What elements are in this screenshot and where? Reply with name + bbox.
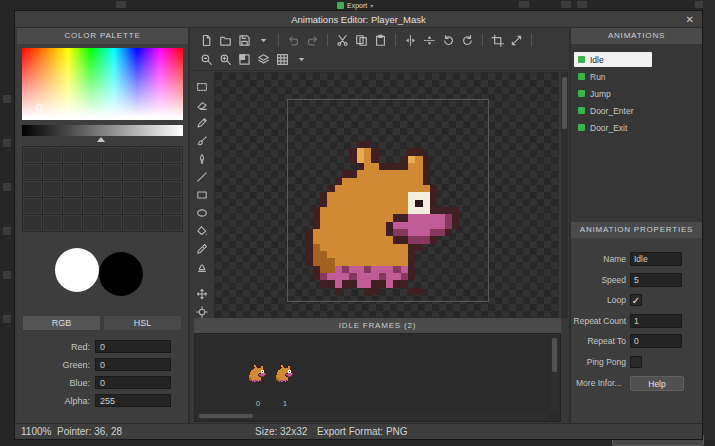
palette-swatch[interactable] <box>123 181 142 197</box>
palette-swatch[interactable] <box>43 147 62 163</box>
palette-swatch[interactable] <box>63 181 82 197</box>
move-icon[interactable] <box>194 285 211 302</box>
palette-swatch[interactable] <box>163 164 182 180</box>
palette-swatch[interactable] <box>103 147 122 163</box>
ping-pong-checkbox[interactable] <box>630 356 642 368</box>
animation-item-run[interactable]: Run <box>574 69 686 84</box>
color-picker-sv[interactable] <box>22 48 183 120</box>
open-folder-icon[interactable] <box>217 32 234 49</box>
select-rect-icon[interactable] <box>194 78 211 95</box>
palette-swatch[interactable] <box>143 147 162 163</box>
ellipse-tool-icon[interactable] <box>194 204 211 221</box>
palette-swatch[interactable] <box>163 215 182 231</box>
palette-swatch[interactable] <box>163 147 182 163</box>
resize-icon[interactable] <box>508 32 525 49</box>
palette-swatch[interactable] <box>23 147 42 163</box>
caret-down-icon[interactable] <box>293 51 310 68</box>
palette-swatch[interactable] <box>143 198 162 214</box>
palette-swatch[interactable] <box>63 198 82 214</box>
color-field-input[interactable]: 255 <box>95 394 171 407</box>
color-field-input[interactable]: 0 <box>95 358 171 371</box>
color-value-slider[interactable] <box>22 125 183 136</box>
repeat-to-input[interactable]: 0 <box>630 334 682 348</box>
palette-swatch[interactable] <box>143 181 162 197</box>
name-input[interactable]: Idle <box>630 252 682 266</box>
scrollbar-thumb[interactable] <box>552 338 557 372</box>
speed-input[interactable]: 5 <box>630 273 682 287</box>
paste-icon[interactable] <box>372 32 389 49</box>
scrollbar-thumb[interactable] <box>562 77 567 129</box>
palette-swatch[interactable] <box>83 147 102 163</box>
animation-item-idle[interactable]: Idle <box>574 52 652 67</box>
palette-swatch[interactable] <box>43 198 62 214</box>
palette-swatch[interactable] <box>83 215 102 231</box>
new-file-icon[interactable] <box>198 32 215 49</box>
close-icon[interactable]: ✕ <box>686 11 694 28</box>
brush-icon[interactable] <box>194 132 211 149</box>
rect-tool-icon[interactable] <box>194 186 211 203</box>
rgb-button[interactable]: RGB <box>22 315 101 331</box>
palette-swatch[interactable] <box>123 147 142 163</box>
palette-swatch[interactable] <box>23 181 42 197</box>
redo-icon[interactable] <box>304 32 321 49</box>
sprite-canvas[interactable] <box>287 99 489 302</box>
canvas-vertical-scrollbar[interactable] <box>561 72 568 318</box>
palette-swatch[interactable] <box>163 181 182 197</box>
dialog-titlebar[interactable]: Animations Editor: Player_Mask ✕ <box>15 11 702 28</box>
palette-swatch[interactable] <box>83 198 102 214</box>
palette-swatch[interactable] <box>23 215 42 231</box>
flip-h-icon[interactable] <box>402 32 419 49</box>
loop-checkbox[interactable]: ✓ <box>630 294 642 306</box>
crop-icon[interactable] <box>489 32 506 49</box>
secondary-color-swatch[interactable] <box>99 252 143 296</box>
palette-swatch[interactable] <box>63 147 82 163</box>
palette-swatch[interactable] <box>123 198 142 214</box>
rotate-ccw-icon[interactable] <box>440 32 457 49</box>
animation-item-door-exit[interactable]: Door_Exit <box>574 120 686 135</box>
palette-swatch[interactable] <box>123 215 142 231</box>
layers-icon[interactable] <box>255 51 272 68</box>
pen-icon[interactable] <box>194 150 211 167</box>
palette-swatch[interactable] <box>103 198 122 214</box>
eyedropper-icon[interactable] <box>194 240 211 257</box>
stamp-icon[interactable] <box>194 258 211 275</box>
palette-swatch[interactable] <box>43 164 62 180</box>
frame-cell-0[interactable]: 0 <box>247 364 269 408</box>
palette-swatch[interactable] <box>83 164 102 180</box>
flip-v-icon[interactable] <box>421 32 438 49</box>
palette-swatch[interactable] <box>23 198 42 214</box>
hsl-button[interactable]: HSL <box>103 315 182 331</box>
copy-icon[interactable] <box>353 32 370 49</box>
grid-icon[interactable] <box>274 51 291 68</box>
frames-vertical-scrollbar[interactable] <box>551 336 558 411</box>
palette-swatch[interactable] <box>163 198 182 214</box>
canvas-area[interactable] <box>214 72 559 318</box>
fill-icon[interactable] <box>194 222 211 239</box>
frame-cell-1[interactable]: 1 <box>274 364 296 408</box>
palette-swatch[interactable] <box>103 181 122 197</box>
zoom-in-icon[interactable] <box>217 51 234 68</box>
palette-swatch[interactable] <box>43 215 62 231</box>
palette-swatch[interactable] <box>23 164 42 180</box>
palette-swatch[interactable] <box>123 164 142 180</box>
caret-down-icon[interactable] <box>255 32 272 49</box>
animation-item-door-enter[interactable]: Door_Enter <box>574 103 686 118</box>
frames-horizontal-scrollbar[interactable] <box>197 413 548 419</box>
palette-swatch[interactable] <box>63 164 82 180</box>
help-button[interactable]: Help <box>630 376 684 391</box>
palette-swatch[interactable] <box>143 215 162 231</box>
color-field-input[interactable]: 0 <box>95 340 171 353</box>
palette-swatch[interactable] <box>143 164 162 180</box>
scrollbar-thumb[interactable] <box>199 414 253 418</box>
color-field-input[interactable]: 0 <box>95 376 171 389</box>
palette-swatch[interactable] <box>103 164 122 180</box>
repeat-count-input[interactable]: 1 <box>630 314 682 328</box>
cut-icon[interactable] <box>334 32 351 49</box>
palette-swatch[interactable] <box>103 215 122 231</box>
palette-swatch[interactable] <box>83 181 102 197</box>
pencil-icon[interactable] <box>194 114 211 131</box>
line-icon[interactable] <box>194 168 211 185</box>
undo-icon[interactable] <box>285 32 302 49</box>
rotate-cw-icon[interactable] <box>459 32 476 49</box>
zoom-out-icon[interactable] <box>198 51 215 68</box>
